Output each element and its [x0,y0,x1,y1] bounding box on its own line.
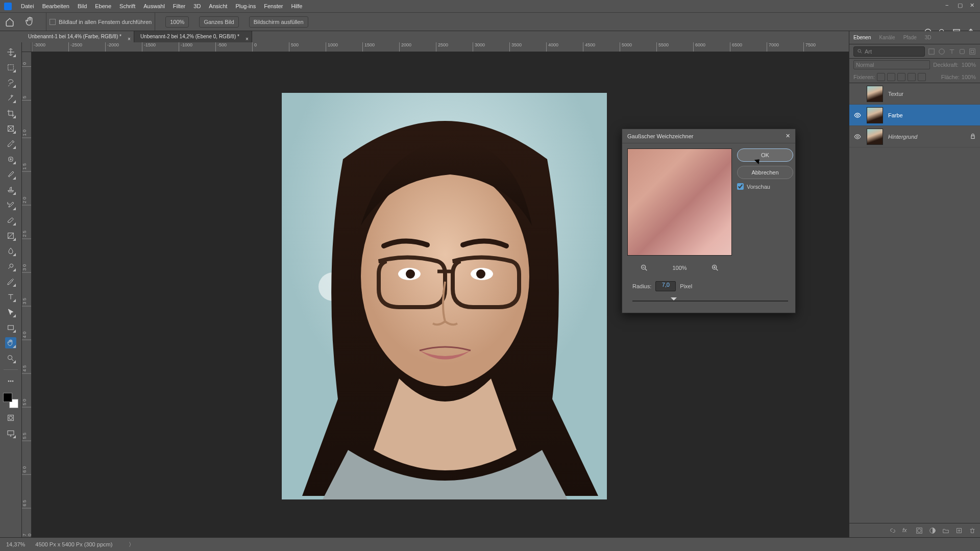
menu-ansicht[interactable]: Ansicht [205,1,231,11]
zoom-in-icon[interactable] [710,263,720,273]
blur-tool[interactable] [5,245,16,257]
layer-name[interactable]: Textur [888,91,976,97]
menu-hilfe[interactable]: Hilfe [287,1,306,11]
panel-tab-kanäle[interactable]: Kanäle [879,35,895,40]
delete-layer-icon[interactable] [969,527,976,534]
color-swatches[interactable] [3,393,18,408]
panel-tab-pfade[interactable]: Pfade [903,35,917,40]
type-tool[interactable] [5,291,16,303]
frame-tool[interactable] [5,123,16,134]
document-tab[interactable]: Unbenannt-1 bei 14,4% (Farbe, RGB/8) *× [22,31,134,42]
panel-tab-ebenen[interactable]: Ebenen [853,35,871,40]
edit-toolbar-button[interactable] [5,375,16,387]
dialog-close-icon[interactable]: ✕ [786,133,790,139]
path-selection-tool[interactable] [5,307,16,318]
status-doc-info[interactable]: 4500 Px x 5400 Px (300 ppcm) [35,541,112,547]
lock-position-icon[interactable] [897,73,905,81]
gradient-tool[interactable] [5,230,16,241]
home-icon[interactable] [5,17,14,27]
menu-filter[interactable]: Filter [169,1,189,11]
layer-name[interactable]: Farbe [888,112,976,118]
eraser-tool[interactable] [5,215,16,226]
new-layer-icon[interactable] [955,527,963,534]
crop-tool[interactable] [5,108,16,119]
status-arrow-icon[interactable]: 〉 [129,541,134,548]
quick-mask-button[interactable] [5,412,16,423]
eyedropper-tool[interactable] [5,138,16,149]
marquee-tool[interactable] [5,62,16,73]
cancel-button[interactable]: Abbrechen [737,166,793,179]
layer-group-icon[interactable] [942,527,949,534]
layer-thumbnail[interactable] [867,86,883,102]
clone-stamp-tool[interactable] [5,184,16,195]
menu-plug-ins[interactable]: Plug-ins [231,1,260,11]
lasso-tool[interactable] [5,77,16,88]
layer-row[interactable]: Farbe [849,105,980,126]
radius-slider[interactable] [627,297,793,308]
pen-tool[interactable] [5,276,16,287]
filter-adjust-icon[interactable] [938,48,945,55]
opacity-value[interactable]: 100% [962,62,976,68]
history-brush-tool[interactable] [5,199,16,211]
hand-tool[interactable] [5,337,16,348]
filter-pixel-icon[interactable] [928,48,935,55]
fit-whole-image-button[interactable]: Ganzes Bild [199,16,238,28]
filter-smart-icon[interactable] [969,48,976,55]
layer-row[interactable]: Hintergrund [849,126,980,147]
link-layers-icon[interactable] [889,527,896,534]
visibility-toggle-icon[interactable] [853,90,862,98]
preview-checkbox[interactable]: Vorschau [737,183,793,190]
dialog-preview[interactable] [627,148,732,256]
layer-mask-icon[interactable] [916,527,923,534]
layer-thumbnail[interactable] [867,129,883,145]
layer-row[interactable]: Textur [849,83,980,105]
maximize-icon[interactable]: ▢ [958,2,965,9]
zoom-tool[interactable] [5,353,16,364]
layer-fx-icon[interactable]: fx [902,527,910,534]
minimize-icon[interactable]: − [945,2,952,9]
dialog-titlebar[interactable]: Gaußscher Weichzeichner ✕ [622,129,795,143]
menu-ebene[interactable]: Ebene [91,1,115,11]
lock-transparency-icon[interactable] [877,73,885,81]
document-image[interactable] [282,93,607,499]
screen-mode-button[interactable] [5,428,16,439]
brush-tool[interactable] [5,169,16,180]
visibility-toggle-icon[interactable] [853,111,862,119]
vertical-ruler[interactable]: 051 01 52 02 53 03 54 04 55 05 56 06 57 … [22,52,32,537]
dodge-tool[interactable] [5,261,16,272]
lock-artboard-icon[interactable] [908,73,916,81]
layer-thumbnail[interactable] [867,107,883,123]
move-tool[interactable] [5,46,16,58]
visibility-toggle-icon[interactable] [853,133,862,141]
radius-input[interactable]: 7,0 [655,281,676,291]
fill-value[interactable]: 100% [962,74,976,80]
menu-auswahl[interactable]: Auswahl [139,1,169,11]
magic-wand-tool[interactable] [5,92,16,104]
menu-schrift[interactable]: Schrift [115,1,139,11]
filter-shape-icon[interactable] [959,48,966,55]
zoom-out-icon[interactable] [639,263,649,273]
fill-screen-button[interactable]: Bildschirm ausfüllen [249,16,308,28]
zoom-100-button[interactable]: 100% [165,16,189,28]
hand-tool-icon[interactable] [24,16,36,28]
filter-type-icon[interactable] [948,48,955,55]
ok-button[interactable]: OK [737,148,793,162]
document-tab[interactable]: Unbenannt-2 bei 14,2% (Ebene 0, RGB/8) *… [134,31,252,42]
menu-bearbeiten[interactable]: Bearbeiten [38,1,74,11]
adjustment-layer-icon[interactable] [929,527,936,534]
menu-bild[interactable]: Bild [74,1,91,11]
menu-3d[interactable]: 3D [189,1,205,11]
blend-mode-select[interactable]: Normal [853,60,930,69]
layer-filter-dropdown[interactable]: Art [853,46,925,57]
menu-datei[interactable]: Datei [17,1,38,11]
scroll-all-windows-checkbox[interactable]: Bildlauf in allen Fenstern durchführen [46,13,155,31]
close-icon[interactable]: ✕ [970,2,977,9]
horizontal-ruler[interactable]: -3000-2500-2000-1500-1000-50005001000150… [32,42,849,52]
panel-tab-3d[interactable]: 3D [925,35,932,40]
menu-fenster[interactable]: Fenster [260,1,287,11]
rectangle-tool[interactable] [5,322,16,333]
lock-pixels-icon[interactable] [887,73,895,81]
healing-brush-tool[interactable] [5,154,16,165]
foreground-color[interactable] [3,393,12,402]
lock-all-icon[interactable] [918,73,926,81]
